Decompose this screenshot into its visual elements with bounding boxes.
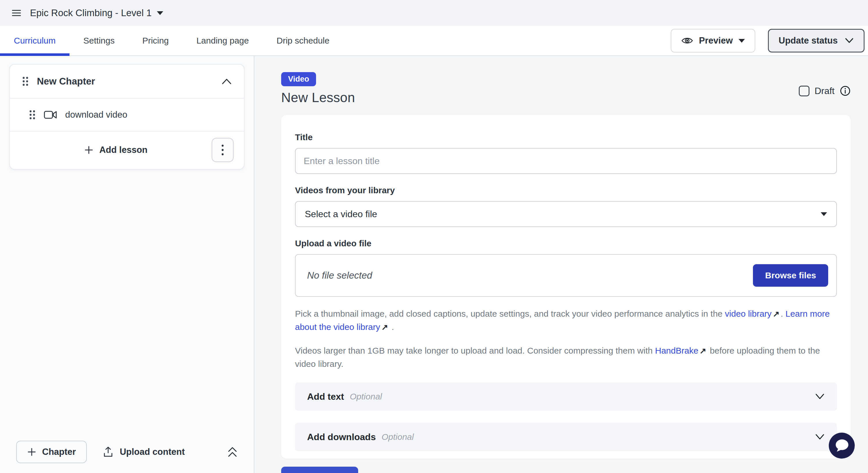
video-library-link[interactable]: video library [725,309,772,318]
add-downloads-label: Add downloads [307,432,376,442]
add-text-label: Add text [307,391,344,402]
lesson-item[interactable]: download video [10,99,244,131]
add-text-section-toggle[interactable]: Add text Optional [295,382,837,411]
draft-checkbox[interactable] [799,86,809,96]
external-link-icon: ↗ [772,308,781,320]
tab-label: Settings [83,36,115,45]
help-text: Videos larger than 1GB may take longer t… [295,346,655,355]
menu-button[interactable] [11,9,21,17]
optional-label: Optional [350,392,382,402]
add-downloads-section-toggle[interactable]: Add downloads Optional [295,423,837,451]
lesson-title-input[interactable] [295,148,837,174]
info-icon[interactable] [840,85,851,96]
course-title: Epic Rock Climbing - Level 1 [30,7,152,19]
tab-label: Landing page [196,36,249,45]
title-field-label: Title [295,132,837,142]
tab-settings[interactable]: Settings [69,26,128,55]
help-text: . [389,322,394,332]
app-window: Epic Rock Climbing - Level 1 Curriculum … [0,0,868,473]
library-field-label: Videos from your library [295,185,837,195]
plus-icon [27,447,36,456]
collapse-sidebar-button[interactable] [227,446,238,458]
chat-launcher-button[interactable] [829,433,855,459]
lesson-editor-pane: Video New Lesson Draft [254,56,868,473]
draft-toggle: Draft [799,85,851,96]
sidebar-footer: Chapter Upload content [0,432,254,473]
chevron-up-icon[interactable] [221,78,232,85]
video-library-select-value: Select a video file [305,209,377,219]
drag-handle-icon[interactable] [29,109,36,121]
add-lesson-label: Add lesson [99,145,147,155]
preview-button-label: Preview [699,35,733,46]
video-library-help-text: Pick a thumbnail image, add closed capti… [295,307,837,334]
chapter-menu-button[interactable] [212,138,234,162]
video-size-help-text: Videos larger than 1GB may take longer t… [295,344,837,370]
double-chevron-up-icon [227,446,238,458]
chevron-down-icon [845,38,854,43]
draft-label: Draft [815,86,835,96]
tab-label: Curriculum [14,36,56,45]
chapter-title: New Chapter [37,76,95,87]
save-row: Save lesson [281,467,851,473]
lesson-item-title: download video [65,109,127,120]
eye-icon [681,36,693,45]
plus-icon [84,145,93,155]
lesson-header: Video New Lesson Draft [281,72,851,105]
save-lesson-button[interactable]: Save lesson [281,467,358,473]
no-file-text: No file selected [307,270,372,281]
upload-content-button[interactable]: Upload content [103,446,185,458]
chevron-down-icon [815,434,825,440]
kebab-icon [221,144,224,156]
top-bar: Epic Rock Climbing - Level 1 [0,0,868,26]
tab-bar-actions: Preview Update status [671,26,868,55]
tab-curriculum[interactable]: Curriculum [0,26,69,55]
upload-dropzone[interactable]: No file selected Browse files [295,254,837,297]
chapter-header[interactable]: New Chapter [10,65,244,98]
tab-label: Pricing [142,36,169,45]
chapter-footer: Add lesson [10,131,244,169]
add-chapter-button[interactable]: Chapter [16,441,87,463]
drag-handle-icon[interactable] [22,75,29,87]
lesson-type-badge: Video [281,72,316,86]
handbrake-link[interactable]: HandBrake [655,346,699,355]
external-link-icon: ↗ [699,344,707,357]
upload-icon [103,446,113,458]
preview-button[interactable]: Preview [671,29,755,53]
page-title: New Lesson [281,90,355,105]
chat-bubble-icon [829,433,855,459]
tab-label: Drip schedule [277,36,329,45]
browse-files-button[interactable]: Browse files [753,264,828,287]
video-library-select[interactable]: Select a video file [295,201,837,227]
help-text: . [781,309,785,318]
course-tab-bar: Curriculum Settings Pricing Landing page… [0,26,868,56]
add-lesson-button[interactable]: Add lesson [20,145,212,155]
caret-down-icon [739,39,745,43]
update-status-button[interactable]: Update status [768,29,865,53]
optional-label: Optional [381,432,414,442]
course-switcher[interactable]: Epic Rock Climbing - Level 1 [30,7,163,19]
caret-down-icon [157,11,163,15]
upload-field-label: Upload a video file [295,239,837,248]
lesson-form-card: Title Videos from your library Select a … [281,115,851,459]
help-text: Pick a thumbnail image, add closed capti… [295,309,725,318]
external-link-icon: ↗ [380,321,389,334]
upload-content-label: Upload content [120,447,185,457]
update-status-label: Update status [779,35,838,46]
tab-landing-page[interactable]: Landing page [183,26,263,55]
chevron-down-icon [815,393,825,400]
chapter-card: New Chapter [9,64,245,169]
caret-down-icon [821,212,827,216]
tab-pricing[interactable]: Pricing [128,26,183,55]
add-chapter-label: Chapter [42,447,76,457]
curriculum-sidebar: New Chapter [0,56,254,473]
hamburger-icon [11,9,21,17]
tab-drip-schedule[interactable]: Drip schedule [263,26,343,55]
video-icon [44,110,57,120]
